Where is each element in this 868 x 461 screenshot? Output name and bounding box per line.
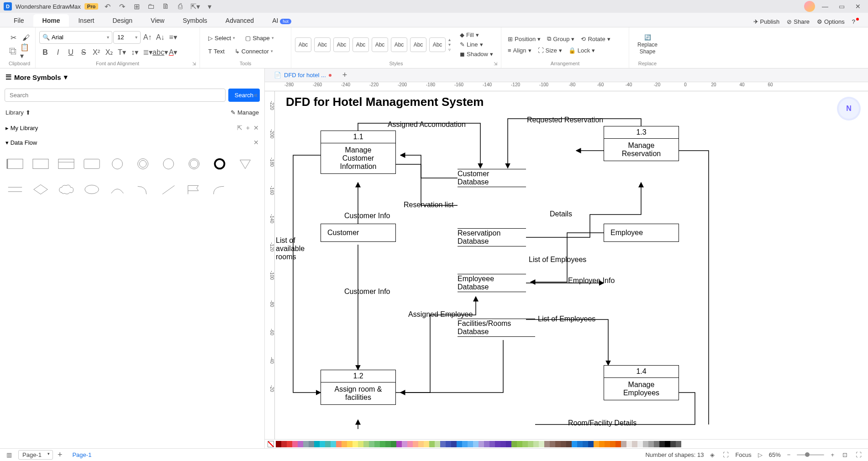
style-scroll-up[interactable]: ▴ <box>448 37 451 42</box>
process-1-3[interactable]: 1.3Manage Reservation <box>604 126 679 161</box>
color-swatch[interactable] <box>583 441 588 447</box>
text-direction-icon[interactable]: T▾ <box>116 47 128 58</box>
increase-font-icon[interactable]: A↑ <box>142 31 153 43</box>
maximize-icon[interactable]: ▭ <box>835 3 848 10</box>
color-swatch[interactable] <box>528 441 533 447</box>
color-swatch[interactable] <box>648 441 654 447</box>
color-swatch[interactable] <box>511 441 517 447</box>
export-icon[interactable]: ⇱▾ <box>189 1 200 12</box>
color-swatch[interactable] <box>676 441 681 447</box>
label-customer-info-1[interactable]: Customer Info <box>343 212 391 220</box>
color-swatch[interactable] <box>298 441 303 447</box>
color-swatch[interactable] <box>479 441 484 447</box>
style-scroll-down[interactable]: ▾ <box>448 42 451 47</box>
color-swatch[interactable] <box>402 441 407 447</box>
style-preset-6[interactable]: Abc <box>391 37 407 52</box>
manage-library-button[interactable]: ✎ Manage <box>231 109 259 116</box>
process-1-4[interactable]: 1.4Manage Employees <box>604 365 679 400</box>
cut-icon[interactable]: ✂ <box>7 32 19 44</box>
shape-rect-open[interactable] <box>5 154 25 173</box>
help-button[interactable]: ? <box>848 16 863 27</box>
color-swatch[interactable] <box>621 441 626 447</box>
datastore-customer[interactable]: Customer Database <box>458 170 526 186</box>
shadow-button[interactable]: ◼ Shadow ▾ <box>457 50 496 58</box>
shape-diamond[interactable] <box>31 180 50 199</box>
new-tab-button[interactable]: + <box>340 70 350 80</box>
color-swatch[interactable] <box>309 441 314 447</box>
shape-tool[interactable]: ▢ Shape▾ <box>241 33 279 43</box>
present-icon[interactable]: ▷ <box>756 451 764 458</box>
page-tab[interactable]: Page-1 <box>67 450 97 460</box>
color-swatch[interactable] <box>413 441 418 447</box>
line-button[interactable]: ✎ Line ▾ <box>457 40 496 49</box>
copy-icon[interactable]: ⿻ <box>7 46 19 58</box>
bullets-icon[interactable]: ≣▾ <box>142 47 153 58</box>
zoom-out-icon[interactable]: − <box>785 451 793 458</box>
color-swatch[interactable] <box>347 441 352 447</box>
color-swatch[interactable] <box>287 441 292 447</box>
underline-icon[interactable]: U <box>65 47 77 58</box>
print-icon[interactable]: ⎙ <box>175 1 186 12</box>
color-swatch[interactable] <box>561 441 566 447</box>
font-dialog-launcher[interactable]: ⇲ <box>192 61 196 66</box>
color-swatch[interactable] <box>407 441 413 447</box>
symbol-search-input[interactable] <box>5 89 226 102</box>
shape-rect[interactable] <box>31 154 50 173</box>
group-button[interactable]: ⧉ Group▾ <box>544 34 577 43</box>
dataflow-close-icon[interactable]: ✕ <box>253 139 259 146</box>
color-swatch[interactable] <box>500 441 506 447</box>
line-spacing-icon[interactable]: ↕▾ <box>129 47 141 58</box>
style-preset-4[interactable]: Abc <box>352 37 369 52</box>
shape-rect-rounded[interactable] <box>82 154 101 173</box>
label-available-rooms[interactable]: List of available rooms <box>275 236 305 261</box>
connector-tool[interactable]: ↳ Connector▾ <box>230 46 278 57</box>
color-swatch[interactable] <box>336 441 342 447</box>
color-swatch[interactable] <box>659 441 665 447</box>
color-swatch[interactable] <box>418 441 424 447</box>
datastore-employee[interactable]: Employeee Database <box>458 275 526 291</box>
tab-ai[interactable]: AI hot <box>263 14 300 27</box>
style-gallery-expand[interactable]: ▿ <box>448 47 451 52</box>
publish-button[interactable]: ✈ Publish <box>750 16 784 27</box>
color-swatch[interactable] <box>489 441 495 447</box>
color-swatch[interactable] <box>303 441 309 447</box>
color-swatch[interactable] <box>670 441 676 447</box>
shape-circle-double[interactable] <box>133 154 153 173</box>
font-color-icon[interactable]: A▾ <box>167 47 179 58</box>
process-1-2[interactable]: 1.2Assign room & facilities <box>321 370 396 405</box>
fill-button[interactable]: ◆ Fill ▾ <box>457 31 496 39</box>
position-button[interactable]: ⊞ Position▾ <box>505 35 543 43</box>
shape-cloud[interactable] <box>57 180 76 199</box>
color-swatch[interactable] <box>385 441 391 447</box>
mylib-export-icon[interactable]: ⇱ <box>237 124 242 131</box>
color-swatch[interactable] <box>374 441 380 447</box>
color-swatch[interactable] <box>484 441 489 447</box>
text-case-icon[interactable]: abc▾ <box>154 47 166 58</box>
user-avatar[interactable] <box>804 1 815 12</box>
style-preset-3[interactable]: Abc <box>333 37 350 52</box>
shape-flag[interactable] <box>184 180 204 199</box>
color-swatch[interactable] <box>632 441 637 447</box>
text-tool[interactable]: T Text <box>204 46 229 57</box>
shape-circle-bold[interactable] <box>210 154 229 173</box>
tab-file[interactable]: File <box>5 14 33 27</box>
fit-page-icon[interactable]: ⊡ <box>841 451 849 458</box>
label-employee-list-1[interactable]: List of Employees <box>528 256 587 264</box>
align-button[interactable]: ≡ Align▾ <box>505 46 534 55</box>
font-family-select[interactable]: 🔍Arial <box>39 31 112 44</box>
tab-advanced[interactable]: Advanced <box>216 14 263 27</box>
page-selector[interactable]: Page-1 <box>18 450 53 460</box>
strike-icon[interactable]: S <box>78 47 89 58</box>
minimize-icon[interactable]: — <box>819 3 831 10</box>
shape-circle[interactable] <box>108 154 127 173</box>
color-swatch[interactable] <box>495 441 500 447</box>
add-page-button[interactable]: + <box>58 450 63 460</box>
superscript-icon[interactable]: X² <box>90 47 102 58</box>
color-swatch[interactable] <box>380 441 385 447</box>
process-1-1[interactable]: 1.1Manage Customer Information <box>321 131 396 174</box>
color-swatch[interactable] <box>473 441 479 447</box>
label-employee-list-2[interactable]: List of Employees <box>537 315 596 323</box>
qat-more-icon[interactable]: ▾ <box>204 1 215 12</box>
style-preset-8[interactable]: Abc <box>429 37 446 52</box>
color-swatch[interactable] <box>566 441 572 447</box>
